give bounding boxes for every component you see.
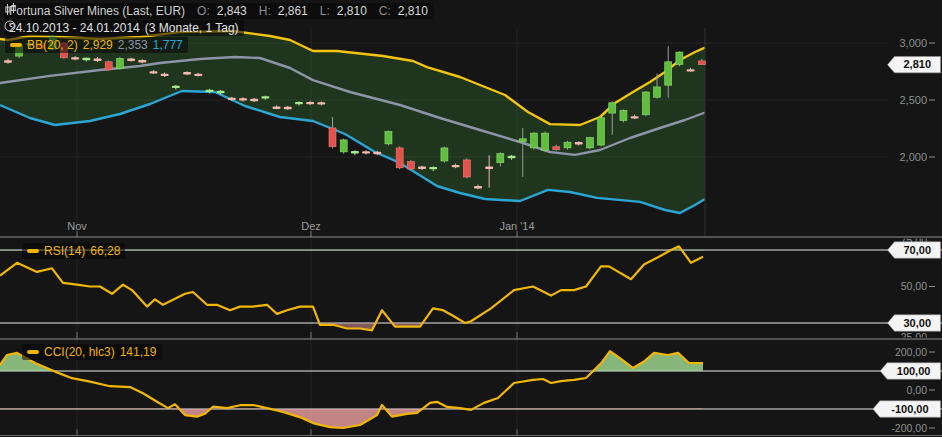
candle-doji xyxy=(295,102,303,104)
high-label: H: xyxy=(259,4,271,18)
candle-doji xyxy=(172,86,180,88)
candle-doji xyxy=(261,96,269,98)
candle-doji xyxy=(485,167,493,169)
candle-doji xyxy=(228,98,236,100)
close-value: 2,810 xyxy=(398,4,428,18)
candle-up xyxy=(586,138,593,148)
candle-doji xyxy=(4,60,12,62)
cci-value: 141,19 xyxy=(120,345,157,359)
candle-down xyxy=(553,147,560,150)
svg-text:200,00: 200,00 xyxy=(895,346,927,358)
instrument-title: Fortuna Silver Mines (Last, EUR) xyxy=(9,4,185,18)
candle-up xyxy=(340,140,347,152)
candle-up xyxy=(519,139,526,142)
candle-doji xyxy=(687,69,695,71)
candle-doji xyxy=(239,98,247,100)
candle-doji xyxy=(418,167,426,169)
candle-doji xyxy=(250,99,258,101)
cci-line-icon xyxy=(27,350,39,354)
candle-doji xyxy=(351,151,359,153)
candle-up xyxy=(564,142,571,148)
candle-up xyxy=(116,58,123,68)
high-value: 2,861 xyxy=(278,4,308,18)
candle-up xyxy=(665,62,672,85)
candle-up xyxy=(598,118,605,145)
svg-text:50,00: 50,00 xyxy=(901,280,927,292)
chart-window: NovDezJan '143,0002,5002,00075,0025,0050… xyxy=(0,0,942,437)
cci-label: CCI(20, hlc3) xyxy=(44,345,115,359)
candle-doji xyxy=(306,102,314,104)
candle-doji xyxy=(284,107,292,109)
candle-doji xyxy=(631,116,639,118)
clock-icon xyxy=(4,20,16,32)
bb-legend-chip[interactable]: BB(20, 2) 2,929 2,353 1,777 xyxy=(5,37,188,53)
candle-up xyxy=(497,154,504,163)
candle-doji xyxy=(452,165,460,167)
svg-text:Nov: Nov xyxy=(67,220,87,232)
svg-text:Dez: Dez xyxy=(301,220,321,232)
close-label: C: xyxy=(379,4,391,18)
bb-upper-value: 2,929 xyxy=(83,38,113,52)
candle-up xyxy=(542,133,549,150)
candle-down xyxy=(698,61,705,65)
candle-up xyxy=(530,133,537,148)
candle-doji xyxy=(373,152,381,154)
open-value: 2,843 xyxy=(217,4,247,18)
instrument-chip: Fortuna Silver Mines (Last, EUR) O:2,843… xyxy=(4,3,433,19)
bb-middle-value: 2,353 xyxy=(118,38,148,52)
svg-text:2,500: 2,500 xyxy=(899,94,927,106)
open-label: O: xyxy=(197,4,210,18)
date-range-chip[interactable]: 24.10.2013 - 24.01.2014 (3 Monate, 1 Tag… xyxy=(4,20,244,36)
svg-text:0,00: 0,00 xyxy=(907,384,928,396)
svg-text:70,00: 70,00 xyxy=(903,244,931,256)
rsi-line-icon xyxy=(27,249,39,253)
candle-down xyxy=(463,160,470,177)
candle-doji xyxy=(194,74,202,76)
date-range-text: 24.10.2013 - 24.01.2014 xyxy=(9,21,140,35)
candle-up xyxy=(441,148,448,161)
instrument-header: Fortuna Silver Mines (Last, EUR) O:2,843… xyxy=(4,3,433,19)
candle-up xyxy=(642,92,649,115)
candle-up xyxy=(676,52,683,65)
svg-text:3,000: 3,000 xyxy=(899,37,927,49)
rsi-legend: RSI(14) 66,28 xyxy=(22,243,125,259)
candle-doji xyxy=(205,90,213,92)
candle-doji xyxy=(273,107,281,109)
candle-doji xyxy=(82,58,90,60)
bb-legend: BB(20, 2) 2,929 2,353 1,777 xyxy=(5,37,188,53)
candle-up xyxy=(620,110,627,120)
cci-legend: CCI(20, hlc3) 141,19 xyxy=(22,344,161,360)
candle-down xyxy=(105,62,112,70)
candle-doji xyxy=(317,102,325,104)
candle-doji xyxy=(183,72,191,74)
candle-down xyxy=(329,128,336,147)
svg-text:100,00: 100,00 xyxy=(897,365,931,377)
chart-canvas[interactable]: NovDezJan '143,0002,5002,00075,0025,0050… xyxy=(0,0,942,437)
candle-doji xyxy=(138,60,146,62)
cci-legend-chip[interactable]: CCI(20, hlc3) 141,19 xyxy=(22,344,161,360)
candle-doji xyxy=(474,186,482,188)
candle-doji xyxy=(161,74,169,76)
candle-doji xyxy=(94,59,102,61)
candle-doji xyxy=(71,57,79,59)
candle-doji xyxy=(429,167,437,169)
rsi-value: 66,28 xyxy=(90,244,120,258)
low-label: L: xyxy=(320,4,330,18)
candlestick-icon xyxy=(4,3,17,16)
bb-lower-value: 1,777 xyxy=(153,38,183,52)
svg-text:30,00: 30,00 xyxy=(903,317,931,329)
candle-down xyxy=(396,148,403,168)
svg-text:2,810: 2,810 xyxy=(903,58,931,70)
candle-doji xyxy=(575,142,583,144)
candle-up xyxy=(654,87,661,97)
low-value: 2,810 xyxy=(337,4,367,18)
candle-doji xyxy=(217,91,225,93)
candle-doji xyxy=(127,59,135,61)
rsi-legend-chip[interactable]: RSI(14) 66,28 xyxy=(22,243,125,259)
candle-doji xyxy=(362,151,370,153)
date-range-row: 24.10.2013 - 24.01.2014 (3 Monate, 1 Tag… xyxy=(4,20,244,36)
candle-up xyxy=(385,131,392,144)
svg-text:Jan '14: Jan '14 xyxy=(499,220,534,232)
bb-line-icon xyxy=(10,43,22,47)
candle-doji xyxy=(149,71,157,73)
